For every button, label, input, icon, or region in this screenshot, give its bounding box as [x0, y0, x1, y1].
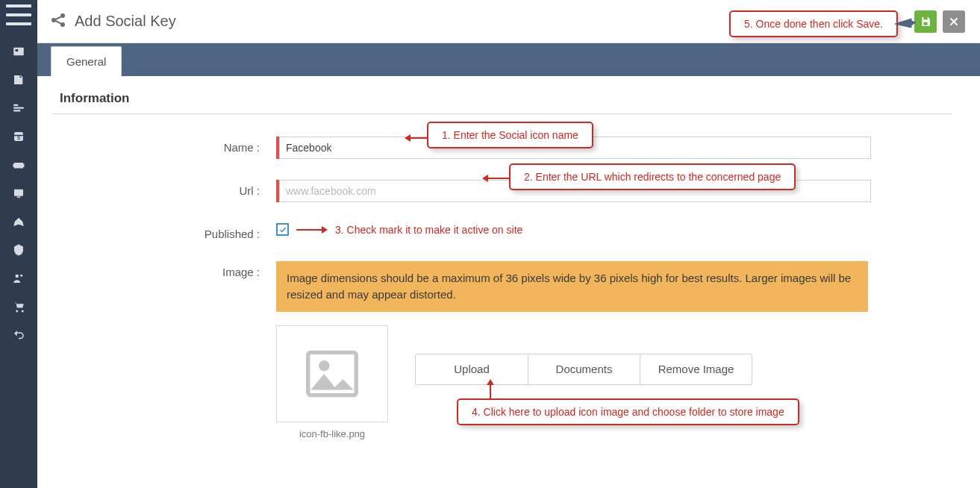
- svg-rect-0: [13, 48, 24, 56]
- nav-item-7[interactable]: [0, 207, 37, 236]
- svg-rect-3: [13, 104, 18, 106]
- image-filename: icon-fb-like.png: [299, 428, 365, 439]
- published-hint: 3. Check mark it to make it active on si…: [335, 224, 522, 236]
- upload-button[interactable]: Upload: [416, 354, 528, 384]
- callout-4-pointer: [490, 385, 491, 400]
- nav-item-4[interactable]: $: [0, 122, 37, 151]
- page-title: Add Social Key: [75, 13, 176, 30]
- svg-rect-4: [13, 110, 20, 111]
- svg-rect-7: [13, 164, 15, 168]
- name-label: Name :: [52, 137, 276, 154]
- share-icon: [49, 11, 67, 32]
- nav-item-8[interactable]: [0, 236, 37, 264]
- nav-item-6[interactable]: [0, 179, 37, 207]
- svg-point-11: [16, 275, 19, 278]
- nav-item-1[interactable]: [0, 37, 37, 66]
- sidebar-nav: $: [0, 0, 37, 488]
- svg-point-14: [60, 13, 65, 18]
- svg-point-12: [20, 275, 22, 277]
- callout-5-tail: [893, 16, 919, 33]
- image-label: Image :: [52, 261, 276, 278]
- nav-item-9[interactable]: [0, 264, 37, 293]
- section-title: Information: [52, 84, 952, 114]
- arrow-icon: [296, 228, 328, 232]
- callout-1: 1. Enter the Social icon name: [427, 122, 593, 148]
- documents-button[interactable]: Documents: [528, 354, 640, 384]
- nav-item-undo[interactable]: [0, 321, 37, 349]
- svg-point-15: [60, 22, 65, 27]
- published-label: Published :: [52, 223, 276, 240]
- image-thumbnail: [276, 325, 388, 422]
- svg-point-13: [52, 18, 56, 22]
- svg-rect-9: [14, 190, 23, 196]
- url-label: Url :: [52, 180, 276, 197]
- svg-rect-17: [923, 22, 927, 25]
- svg-rect-8: [23, 164, 25, 168]
- callout-4: 4. Click here to upload icon image and c…: [457, 398, 799, 425]
- required-indicator: [276, 137, 279, 159]
- svg-rect-6: [14, 163, 23, 169]
- content-area: Information Name : 1. Enter the Social i…: [37, 76, 967, 488]
- nav-item-5[interactable]: [0, 151, 37, 179]
- callout-2-pointer: [488, 178, 511, 179]
- menu-toggle-icon[interactable]: [6, 4, 31, 25]
- callout-2: 2. Enter the URL which redirects to the …: [509, 163, 796, 190]
- cancel-button[interactable]: [943, 10, 965, 33]
- published-checkbox[interactable]: [276, 223, 289, 236]
- image-note: Image dimensions should be a maximum of …: [276, 261, 868, 312]
- nav-item-3[interactable]: [0, 94, 37, 122]
- svg-rect-1: [16, 49, 19, 51]
- image-buttons: Upload Documents Remove Image: [415, 354, 752, 385]
- svg-point-19: [319, 360, 329, 371]
- svg-rect-10: [17, 197, 21, 198]
- nav-item-2[interactable]: [0, 66, 37, 94]
- svg-rect-2: [13, 107, 24, 109]
- tabs: General: [37, 43, 980, 76]
- remove-image-button[interactable]: Remove Image: [640, 354, 752, 384]
- callout-5: 5. Once done then click Save.: [729, 10, 898, 37]
- svg-rect-16: [923, 17, 927, 19]
- nav-item-10[interactable]: [0, 293, 37, 321]
- callout-1-pointer: [411, 137, 428, 139]
- tab-general[interactable]: General: [51, 46, 122, 76]
